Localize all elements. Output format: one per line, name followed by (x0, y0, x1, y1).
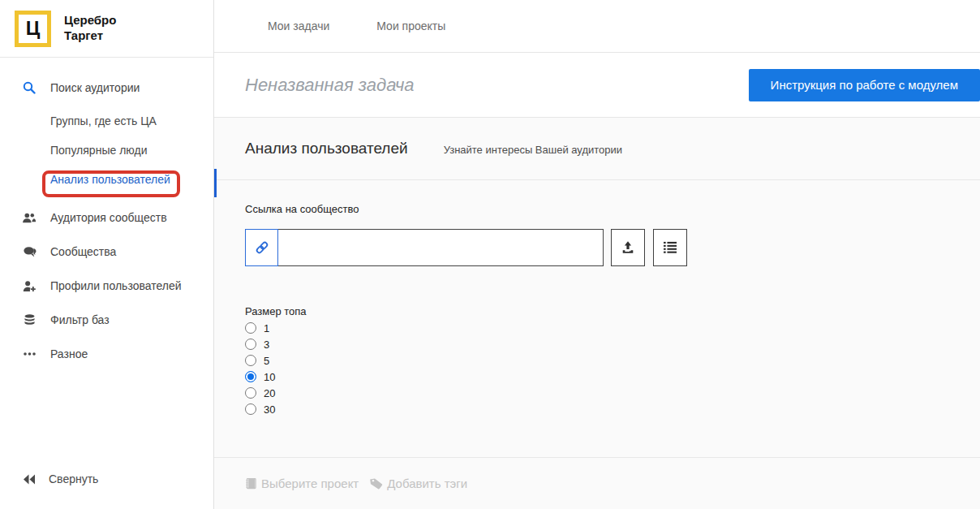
brand-logo-icon: Ц (15, 11, 51, 47)
chat-icon (21, 246, 37, 258)
task-footer: Выберите проект Добавить тэги (214, 457, 980, 509)
ellipsis-icon (21, 352, 37, 356)
database-icon (21, 314, 37, 326)
sidebar-item-communities[interactable]: Сообщества (0, 235, 213, 269)
community-link-input-group (245, 229, 980, 266)
sidebar-item-community-audience[interactable]: Аудитория сообществ (0, 201, 213, 235)
tag-icon (370, 477, 383, 490)
link-icon (245, 229, 278, 266)
section-header: Анализ пользователей Узнайте интересы Ва… (214, 118, 980, 180)
select-project-label: Выберите проект (261, 477, 359, 490)
tab-my-tasks[interactable]: Мои задачи (268, 19, 329, 32)
list-button[interactable] (653, 229, 687, 266)
list-icon (663, 241, 677, 254)
sidebar-item-label: Сообщества (50, 245, 116, 258)
top-size-option[interactable]: 3 (245, 339, 980, 350)
radio-icon[interactable] (245, 339, 256, 350)
radio-icon[interactable] (245, 371, 256, 382)
top-navigation: Мои задачи Мои проекты (214, 0, 980, 53)
search-icon (21, 81, 37, 94)
top-size-option[interactable]: 20 (245, 387, 980, 399)
sidebar-item-label: Аудитория сообществ (50, 211, 167, 224)
active-section-indicator (214, 169, 217, 197)
content-panel: Анализ пользователей Узнайте интересы Ва… (214, 118, 980, 509)
analysis-form: Ссылка на сообщество (214, 180, 980, 457)
section-subtitle: Узнайте интересы Вашей аудитории (444, 141, 622, 156)
radio-icon[interactable] (245, 322, 256, 334)
top-size-option[interactable]: 1 (245, 322, 980, 334)
sidebar-item-misc[interactable]: Разное (0, 337, 213, 371)
sidebar-submenu: Группы, где есть ЦА Популярные люди Анал… (0, 105, 213, 201)
collapse-button[interactable]: Свернуть (0, 468, 213, 509)
brand-name-line1: Церебро (64, 13, 116, 28)
community-link-input[interactable] (278, 229, 604, 266)
sidebar-item-label: Поиск аудитории (50, 81, 140, 94)
instruction-button[interactable]: Инструкция по работе с модулем (749, 69, 980, 101)
sidebar-menu: Поиск аудитории Группы, где есть ЦА Попу… (0, 58, 213, 371)
sidebar-item-label: Фильтр баз (50, 313, 110, 326)
main-area: Мои задачи Мои проекты Инструкция по раб… (214, 0, 980, 509)
radio-icon[interactable] (245, 355, 256, 366)
upload-icon (621, 240, 635, 255)
add-tags-label: Добавить тэги (387, 477, 467, 490)
top-size-option[interactable]: 10 (245, 371, 980, 382)
radio-icon[interactable] (245, 387, 256, 399)
sidebar: Ц Церебро Таргет Поиск аудитории Группы,… (0, 0, 214, 509)
top-size-label: Размер топа (245, 305, 980, 317)
sidebar-item-audience-search[interactable]: Поиск аудитории (0, 71, 213, 105)
community-link-label: Ссылка на сообщество (245, 203, 980, 215)
collapse-label: Свернуть (49, 472, 98, 485)
sidebar-item-label: Профили пользователей (50, 279, 182, 292)
top-size-option[interactable]: 30 (245, 403, 980, 415)
sidebar-subitem-groups-with-ta[interactable]: Группы, где есть ЦА (0, 106, 213, 136)
task-name-input[interactable] (245, 75, 651, 96)
app-root: Ц Церебро Таргет Поиск аудитории Группы,… (0, 0, 980, 509)
top-size-option[interactable]: 5 (245, 355, 980, 366)
brand-name-line2: Таргет (64, 28, 116, 44)
sidebar-item-base-filter[interactable]: Фильтр баз (0, 303, 213, 337)
select-project-button[interactable]: Выберите проект (245, 477, 359, 490)
user-add-icon (21, 280, 37, 292)
brand[interactable]: Ц Церебро Таргет (0, 0, 213, 58)
radio-icon[interactable] (245, 403, 256, 415)
sidebar-subitem-user-analysis[interactable]: Анализ пользователей (0, 165, 213, 194)
task-header: Инструкция по работе с модулем (214, 53, 980, 118)
upload-button[interactable] (611, 229, 645, 266)
tab-my-projects[interactable]: Мои проекты (376, 19, 445, 32)
top-size-group: Размер топа 1 3 5 10 (245, 305, 980, 415)
users-group-icon (21, 212, 37, 224)
brand-name: Церебро Таргет (64, 13, 116, 44)
sidebar-item-user-profiles[interactable]: Профили пользователей (0, 269, 213, 303)
sidebar-item-label: Разное (50, 347, 88, 360)
sidebar-subitem-popular-people[interactable]: Популярные люди (0, 136, 213, 165)
section-title: Анализ пользователей (245, 140, 408, 157)
collapse-icon (21, 474, 37, 485)
book-icon (245, 478, 257, 490)
add-tags-button[interactable]: Добавить тэги (370, 477, 467, 490)
brand-logo-letter: Ц (26, 19, 41, 38)
